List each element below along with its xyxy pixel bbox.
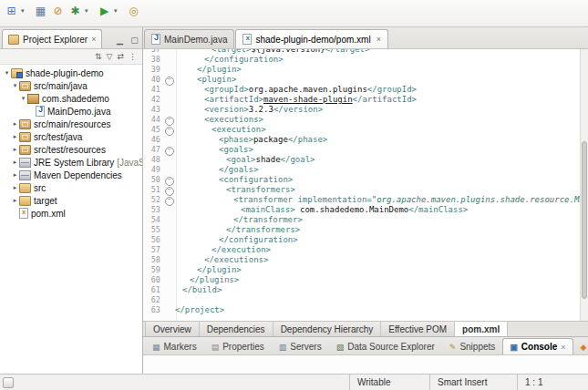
code-line-51[interactable]: 51−<transformers>: [143, 185, 588, 195]
expander-icon[interactable]: ▸: [11, 120, 19, 128]
pom-page-tab-pom-xml[interactable]: pom.xml: [455, 322, 508, 336]
view-tab-sonarlint-ru[interactable]: ◆SonarLint Ru: [573, 338, 588, 354]
code-line-62[interactable]: 62: [143, 295, 588, 305]
project-icon: [11, 68, 23, 78]
code-line-59[interactable]: 59</plugin>: [143, 265, 588, 275]
fold-collapse-icon[interactable]: −: [163, 196, 175, 205]
tree-item-src-main-resources[interactable]: ▸src/main/resources: [0, 118, 142, 130]
code-line-54[interactable]: 54</transformer>: [143, 215, 588, 225]
code-line-47[interactable]: 47−<goals>: [143, 145, 588, 155]
save-icon[interactable]: ▦: [33, 3, 48, 18]
code-line-57[interactable]: 57</execution>: [143, 245, 588, 255]
code-line-46[interactable]: 46<phase>package</phase>: [143, 135, 588, 145]
expander-icon[interactable]: ▸: [11, 197, 19, 204]
tree-item-src[interactable]: ▸src: [0, 181, 142, 194]
line-number: 42: [143, 95, 163, 105]
code-line-38[interactable]: 38</configuration>: [143, 55, 588, 65]
expander-icon[interactable]: ▸: [11, 159, 19, 166]
link-with-editor-icon[interactable]: ⇄: [117, 52, 124, 61]
pom-page-tab-overview[interactable]: Overview: [145, 322, 200, 336]
code-line-44[interactable]: 44−<executions>: [143, 115, 588, 125]
code-line-40[interactable]: 40−<plugin>: [143, 75, 588, 85]
code-line-50[interactable]: 50−<configuration>: [143, 175, 588, 185]
tree-item-src-main-java[interactable]: ▾src/main/java: [0, 79, 142, 92]
code-line-60[interactable]: 60</plugins>: [143, 275, 588, 285]
close-tab-icon[interactable]: ×: [377, 35, 381, 44]
view-tab-console[interactable]: ▣Console×: [502, 338, 573, 354]
expander-icon[interactable]: ▸: [11, 184, 19, 191]
minimize-icon[interactable]: ▁: [114, 36, 126, 45]
view-tab-markers[interactable]: ▦Markers: [145, 338, 204, 354]
run-icon[interactable]: ▶: [97, 3, 112, 18]
code-line-42[interactable]: 42<artifactId>maven-shade-plugin</artifa…: [143, 95, 588, 105]
fold-collapse-icon[interactable]: −: [163, 126, 175, 135]
code-line-61[interactable]: 61</build>: [143, 285, 588, 295]
tree-item-pom-xml[interactable]: pom.xml: [0, 207, 142, 220]
code-line-39[interactable]: 39</plugin>: [143, 65, 588, 75]
collapse-all-icon[interactable]: ⇅: [95, 52, 102, 61]
tree-item-src-test-java[interactable]: ▸src/test/java: [0, 130, 142, 143]
tree-item-com-shadedemo[interactable]: ▾com.shadedemo: [0, 92, 142, 105]
project-explorer-tab[interactable]: Project Explorer ×: [2, 29, 102, 48]
editor-tab-maindemo-java[interactable]: MainDemo.java: [144, 29, 234, 48]
filters-icon[interactable]: ▽: [107, 52, 113, 61]
code-line-45[interactable]: 45−<execution>: [143, 125, 588, 135]
expander-icon[interactable]: ▸: [11, 133, 19, 140]
editor-tab-shade-plugin-demo-pom-xml[interactable]: shade-plugin-demo/pom.xml×: [235, 29, 387, 48]
code-line-48[interactable]: 48<goal>shade</goal>: [143, 155, 588, 165]
tree-item-maven-dependencies[interactable]: ▸Maven Dependencies: [0, 169, 142, 181]
new-wizard-dropdown-icon[interactable]: ▾: [21, 3, 28, 18]
tree-item-target[interactable]: ▸target: [0, 194, 142, 207]
xml-file-icon: [242, 34, 252, 45]
code-line-49[interactable]: 49</goals>: [143, 165, 588, 175]
code-line-43[interactable]: 43<version>3.2.3</version>: [143, 105, 588, 115]
expander-icon[interactable]: ▸: [11, 146, 19, 153]
close-view-icon[interactable]: ×: [91, 35, 96, 44]
view-tab-properties[interactable]: ▤Properties: [204, 338, 272, 354]
code-editor[interactable]: 37<target>${java.version}</target>38</co…: [143, 49, 588, 321]
view-tab-servers[interactable]: ▥Servers: [272, 338, 329, 354]
code-line-41[interactable]: 41<groupId>org.apache.maven.plugins</gro…: [143, 85, 588, 95]
fold-collapse-icon[interactable]: −: [163, 176, 175, 185]
fold-collapse-icon[interactable]: −: [163, 116, 175, 125]
close-tab-icon[interactable]: ×: [561, 343, 565, 352]
search-icon[interactable]: ◎: [126, 3, 141, 18]
run-dropdown-icon[interactable]: ▾: [114, 3, 121, 18]
view-tab-snippets[interactable]: ✎Snippets: [442, 338, 502, 354]
code-line-63[interactable]: 63</project>: [143, 305, 588, 315]
code-line-56[interactable]: 56</configuration>: [143, 235, 588, 245]
expander-icon[interactable]: ▾: [11, 82, 19, 89]
debug-dropdown-icon[interactable]: ▾: [85, 3, 92, 18]
line-number: 43: [143, 105, 163, 115]
tree-item-shade-plugin-demo[interactable]: ▾shade-plugin-demo: [0, 67, 142, 79]
expander-icon[interactable]: ▾: [3, 69, 11, 77]
view-tab-data-source-explorer[interactable]: ▧Data Source Explorer: [329, 338, 442, 354]
new-wizard-icon[interactable]: ⊞: [4, 3, 19, 18]
expander-icon[interactable]: ▸: [11, 171, 19, 179]
code-line-53[interactable]: 53<mainClass> com.shadedemo.MainDemo</ma…: [143, 205, 588, 215]
editor-scrollbar-thumb[interactable]: [582, 141, 587, 299]
trim-stack-icon[interactable]: [3, 377, 14, 388]
editor-scrollbar[interactable]: [580, 49, 588, 321]
tree-item-jre-system-library[interactable]: ▸JRE System Library [JavaSE-1.8]: [0, 156, 142, 169]
pom-page-tab-dependencies[interactable]: Dependencies: [200, 322, 273, 336]
console-content[interactable]: [143, 355, 588, 374]
code-line-52[interactable]: 52−<transformer implementation="org.apac…: [143, 195, 588, 205]
expander-icon[interactable]: ▾: [19, 95, 27, 102]
xml-icon: [19, 208, 28, 219]
view-tab-label: Console: [521, 342, 557, 352]
fold-collapse-icon[interactable]: −: [163, 76, 175, 85]
skip-all-breakpoints-icon[interactable]: ⊘: [50, 3, 66, 18]
tree-item-src-test-resources[interactable]: ▸src/test/resources: [0, 143, 142, 156]
maximize-icon[interactable]: ▢: [129, 36, 140, 45]
project-explorer-title: Project Explorer: [23, 35, 88, 45]
pom-page-tab-dependency-hierarchy[interactable]: Dependency Hierarchy: [273, 322, 382, 336]
code-line-58[interactable]: 58</executions>: [143, 255, 588, 265]
fold-collapse-icon[interactable]: −: [163, 146, 175, 155]
view-menu-icon[interactable]: ⋮: [129, 52, 137, 61]
debug-icon[interactable]: ✱: [67, 3, 83, 18]
fold-collapse-icon[interactable]: −: [163, 186, 175, 195]
pom-page-tab-effective-pom[interactable]: Effective POM: [381, 322, 455, 336]
tree-item-maindemo-java[interactable]: MainDemo.java: [0, 105, 142, 118]
code-line-55[interactable]: 55</transformers>: [143, 225, 588, 235]
